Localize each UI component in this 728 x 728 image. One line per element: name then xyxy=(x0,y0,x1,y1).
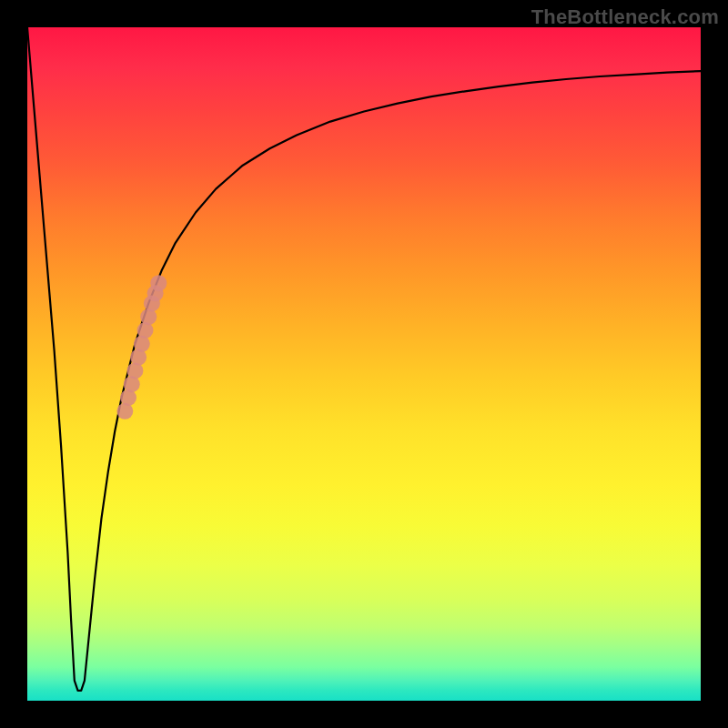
chart-frame: TheBottleneck.com xyxy=(0,0,728,728)
chart-svg xyxy=(27,27,701,701)
highlight-marker xyxy=(150,275,167,291)
highlight-markers xyxy=(116,275,167,420)
bottleneck-curve xyxy=(27,27,701,691)
plot-area xyxy=(27,27,701,701)
watermark-text: TheBottleneck.com xyxy=(531,5,719,29)
